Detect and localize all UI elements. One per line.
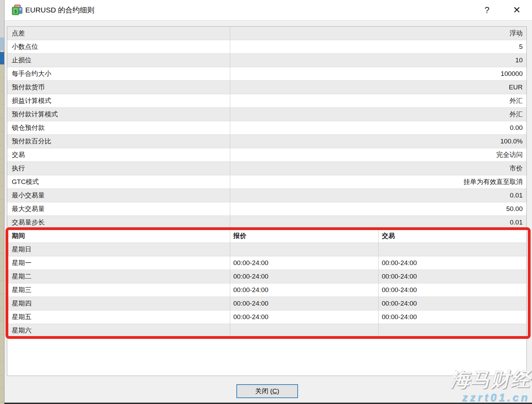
spec-label: 预付款计算模式 <box>7 108 230 121</box>
spec-row: 预付款货币 EUR <box>7 81 526 94</box>
spec-row: 每手合约大小 100000 <box>7 67 526 81</box>
spec-label: 止损位 <box>7 54 230 67</box>
spec-label: 点差 <box>7 27 230 40</box>
dialog-titlebar: $ EURUSD 的合约细则 ? ✕ <box>4 0 532 20</box>
spec-label: GTC模式 <box>7 175 230 188</box>
spec-label: 交易量步长 <box>7 216 230 229</box>
spec-value: 100000 <box>230 67 526 80</box>
session-quotes <box>230 243 379 256</box>
session-trade: 00:00-24:00 <box>379 297 526 310</box>
spec-row: 损益计算模式 外汇 <box>7 94 526 108</box>
close-button-label: 关闭 (C) <box>255 387 279 396</box>
session-row: 星期日 <box>7 243 526 256</box>
session-row: 星期一 00:00-24:00 00:00-24:00 <box>7 256 526 270</box>
spec-label: 每手合约大小 <box>7 67 230 80</box>
spec-row: 执行 市价 <box>7 162 526 175</box>
spec-row: GTC模式 挂单为有效直至取消 <box>7 175 526 189</box>
spec-value: EUR <box>230 81 526 94</box>
spec-label: 交易 <box>7 148 230 161</box>
spec-value: 完全访问 <box>230 148 526 161</box>
session-row: 星期二 00:00-24:00 00:00-24:00 <box>7 270 526 283</box>
bottom-edge <box>4 403 532 404</box>
session-quotes <box>230 324 379 337</box>
spec-row: 小数点位 5 <box>7 40 526 54</box>
svg-text:$: $ <box>14 9 17 14</box>
spec-value: 0.00 <box>230 121 526 134</box>
spec-value: 浮动 <box>230 27 526 40</box>
sessions-header-row: 期间 报价 交易 <box>7 229 526 243</box>
session-day: 星期日 <box>7 243 230 256</box>
spec-value: 0.01 <box>230 216 526 229</box>
spec-value: 50.00 <box>230 202 526 216</box>
spec-value: 100.0% <box>230 135 526 148</box>
session-quotes: 00:00-24:00 <box>230 310 379 324</box>
spec-label: 预付款货币 <box>7 81 230 94</box>
session-trade: 00:00-24:00 <box>379 283 526 297</box>
spec-value: 10 <box>230 54 526 67</box>
dialog-title: EURUSD 的合约细则 <box>25 5 94 15</box>
sessions-header-period: 期间 <box>7 229 230 243</box>
session-trade: 00:00-24:00 <box>379 310 526 324</box>
spec-row: 预付款计算模式 外汇 <box>7 108 526 121</box>
spec-label: 损益计算模式 <box>7 94 230 107</box>
session-quotes: 00:00-24:00 <box>230 256 379 270</box>
spec-row: 交易 完全访问 <box>7 148 526 162</box>
spec-label: 最大交易量 <box>7 202 230 216</box>
spec-row: 预付款百分比 100.0% <box>7 135 526 148</box>
session-trade <box>379 324 526 337</box>
watermark-url: zzrt01.cn <box>462 392 530 404</box>
spec-value: 挂单为有效直至取消 <box>230 175 526 188</box>
session-row: 星期六 <box>7 324 526 337</box>
session-day: 星期三 <box>7 283 230 297</box>
session-day: 星期二 <box>7 270 230 283</box>
spec-value: 5 <box>230 40 526 53</box>
spec-value: 0.01 <box>230 189 526 202</box>
spec-value: 外汇 <box>230 108 526 121</box>
spec-label: 小数点位 <box>7 40 230 53</box>
watermark-brand: 海马财经 <box>450 367 531 393</box>
sessions-header-quotes: 报价 <box>230 229 379 243</box>
spec-row: 最大交易量 50.00 <box>7 202 526 216</box>
session-trade: 00:00-24:00 <box>379 256 526 270</box>
session-day: 星期一 <box>7 256 230 270</box>
background-window-edge <box>0 0 4 404</box>
session-trade <box>379 243 526 256</box>
specification-table: 点差 浮动 小数点位 5 止损位 10 每手合约大小 100000 预付款货币 … <box>7 26 527 376</box>
spec-value: 外汇 <box>230 94 526 107</box>
session-trade: 00:00-24:00 <box>379 270 526 283</box>
spec-label: 锁仓预付款 <box>7 121 230 134</box>
session-day: 星期五 <box>7 310 230 324</box>
spec-value: 市价 <box>230 162 526 175</box>
session-quotes: 00:00-24:00 <box>230 297 379 310</box>
session-quotes: 00:00-24:00 <box>230 270 379 283</box>
session-day: 星期六 <box>7 324 230 337</box>
spec-row: 锁仓预付款 0.00 <box>7 121 526 135</box>
session-quotes: 00:00-24:00 <box>230 283 379 297</box>
session-row: 星期五 00:00-24:00 00:00-24:00 <box>7 310 526 324</box>
close-button[interactable]: 关闭 (C) <box>236 384 298 398</box>
background-window-border <box>4 0 4 404</box>
spec-label: 最小交易量 <box>7 189 230 202</box>
close-icon[interactable]: ✕ <box>509 3 524 17</box>
session-row: 星期三 00:00-24:00 00:00-24:00 <box>7 283 526 297</box>
spec-row: 交易量步长 0.01 <box>7 216 526 229</box>
spec-row: 点差 浮动 <box>7 27 526 40</box>
spec-label: 执行 <box>7 162 230 175</box>
spec-label: 预付款百分比 <box>7 135 230 148</box>
spec-row: 止损位 10 <box>7 54 526 67</box>
spec-row: 最小交易量 0.01 <box>7 189 526 202</box>
help-icon[interactable]: ? <box>479 3 495 17</box>
contract-specification-icon: $ <box>11 5 23 16</box>
session-row: 星期四 00:00-24:00 00:00-24:00 <box>7 297 526 310</box>
sessions-header-trade: 交易 <box>379 229 526 243</box>
session-day: 星期四 <box>7 297 230 310</box>
